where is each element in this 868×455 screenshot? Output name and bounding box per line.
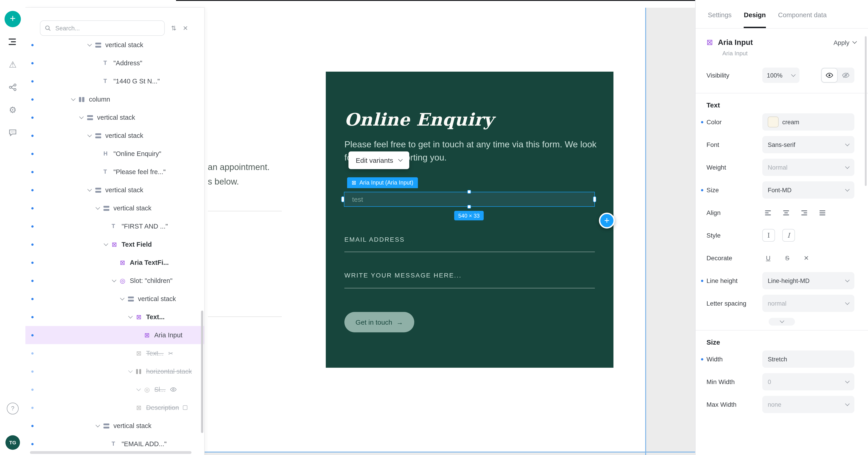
- search-input[interactable]: [55, 24, 160, 32]
- tree-row-horizontal-stack[interactable]: horizontal stack: [25, 362, 204, 381]
- tree-row-please-feel-fre[interactable]: T"Please feel fre...": [25, 163, 204, 181]
- collapse-all-icon[interactable]: ⇅: [171, 25, 176, 32]
- width-select[interactable]: Stretch: [762, 351, 855, 368]
- tree-row-label: "Online Enquiry": [114, 150, 161, 157]
- help-button[interactable]: ?: [7, 402, 19, 414]
- modified-dot: [31, 153, 34, 155]
- tree-row-text[interactable]: ⊠Text...✂: [25, 344, 204, 362]
- chevron-down-icon: [791, 72, 796, 77]
- vertical-scrollbar[interactable]: [201, 311, 203, 433]
- tree-row-vertical-stack[interactable]: vertical stack: [25, 199, 204, 217]
- font-select[interactable]: Sans-serif: [762, 136, 855, 153]
- edit-variants-button[interactable]: Edit variants: [348, 152, 409, 169]
- chevron-down-icon[interactable]: [95, 423, 100, 427]
- chevron-down-icon[interactable]: [128, 314, 133, 318]
- tree-row-description[interactable]: ⊠Description: [25, 398, 204, 417]
- style-regular-button[interactable]: I: [762, 229, 775, 242]
- modified-dot: [701, 121, 703, 123]
- chevron-down-icon: [398, 157, 402, 162]
- tab-design[interactable]: Design: [744, 2, 766, 28]
- clear-decoration-button[interactable]: ✕: [800, 252, 812, 264]
- tree-row-aria-textfi[interactable]: ⊠Aria TextFi...: [25, 254, 204, 271]
- get-in-touch-button[interactable]: Get in touch →: [344, 312, 414, 332]
- resize-handle-bottom[interactable]: [467, 205, 471, 208]
- search-box[interactable]: [40, 21, 165, 36]
- chevron-down-icon[interactable]: [71, 96, 75, 101]
- chevron-down-icon[interactable]: [128, 368, 133, 373]
- tree-row-address[interactable]: T"Address": [25, 54, 204, 72]
- tree-row-text[interactable]: ⊠Text...: [25, 308, 204, 326]
- add-element-button[interactable]: +: [599, 213, 615, 229]
- vstack-icon: [87, 115, 96, 120]
- tree-row-vertical-stack[interactable]: vertical stack: [25, 181, 204, 199]
- tree-row-1440-g-st-n[interactable]: T"1440 G St N...": [25, 72, 204, 90]
- tree-row-email-add[interactable]: T"EMAIL ADD...": [25, 435, 204, 453]
- chevron-down-icon[interactable]: [87, 42, 92, 46]
- tree-row-column[interactable]: column: [25, 90, 204, 108]
- chevron-down-icon[interactable]: [95, 205, 100, 209]
- line-height-select[interactable]: Line-height-MD: [762, 272, 855, 289]
- align-center-button[interactable]: [780, 207, 791, 218]
- align-justify-button[interactable]: [817, 207, 828, 218]
- chat-icon[interactable]: [4, 124, 21, 140]
- user-avatar[interactable]: TG: [5, 435, 20, 450]
- prop-row-font: FontSans-serif: [695, 133, 868, 156]
- vertical-scrollbar[interactable]: [865, 36, 867, 186]
- tab-settings[interactable]: Settings: [708, 2, 732, 28]
- weight-select[interactable]: Normal: [762, 159, 855, 176]
- tree-row-vertical-stack[interactable]: vertical stack: [25, 127, 204, 144]
- tree-row-text-field[interactable]: ⊠Text Field: [25, 235, 204, 254]
- tree-row-first-and[interactable]: T"FIRST AND ...": [25, 217, 204, 235]
- min-width-select[interactable]: 0: [762, 373, 855, 390]
- add-button[interactable]: +: [4, 11, 21, 27]
- resize-handle-right[interactable]: [593, 196, 596, 202]
- modified-dot: [31, 443, 34, 445]
- letter-spacing-select[interactable]: normal: [762, 295, 855, 312]
- prop-value: 0: [768, 378, 842, 385]
- tree-row-vertical-stack[interactable]: vertical stack: [25, 417, 204, 435]
- chevron-down-icon[interactable]: [112, 278, 116, 282]
- expand-section-button[interactable]: [695, 315, 868, 328]
- eye-icon[interactable]: [170, 386, 177, 393]
- tree-row-slot-children[interactable]: ◎Slot: "children": [25, 271, 204, 290]
- style-italic-button[interactable]: I: [782, 229, 795, 242]
- layers-panel-icon[interactable]: [4, 34, 21, 50]
- chevron-down-icon[interactable]: [120, 296, 125, 300]
- max-width-select[interactable]: none: [762, 396, 855, 413]
- chevron-down-icon[interactable]: [87, 132, 92, 137]
- chevron-down-icon[interactable]: [136, 386, 141, 391]
- visibility-percent-select[interactable]: 100%: [762, 68, 800, 83]
- color-select[interactable]: cream: [762, 113, 855, 131]
- tree-row-vertical-stack[interactable]: vertical stack: [25, 108, 204, 127]
- chevron-down-icon[interactable]: [79, 114, 84, 119]
- selection-tag[interactable]: ⊠ Aria Input (Aria Input): [347, 177, 418, 188]
- horizontal-scrollbar[interactable]: [30, 451, 191, 454]
- resize-handle-top[interactable]: [467, 190, 471, 194]
- chevron-down-icon[interactable]: [104, 241, 108, 246]
- strikethrough-button[interactable]: S: [781, 252, 793, 264]
- heading-icon: H: [103, 151, 113, 157]
- chevron-down-icon[interactable]: [87, 187, 92, 191]
- aria-input-field[interactable]: test: [344, 192, 595, 207]
- tree-row-label: "Please feel fre...": [114, 168, 166, 175]
- tab-component-data[interactable]: Component data: [778, 2, 827, 28]
- underline-button[interactable]: U: [762, 252, 774, 264]
- close-panel-icon[interactable]: ✕: [183, 25, 188, 32]
- eye-hidden-button[interactable]: [838, 68, 854, 82]
- size-section-rows: WidthStretchMin Width0Max Widthnone: [695, 348, 868, 416]
- tree-row-vertical-stack[interactable]: vertical stack: [25, 36, 204, 54]
- tree-row-vertical-stack[interactable]: vertical stack: [25, 290, 204, 308]
- settings-gear-icon[interactable]: ⚙: [4, 102, 21, 118]
- resize-handle-left[interactable]: [341, 196, 344, 202]
- tree-row-aria-input[interactable]: ⊠Aria Input: [25, 326, 204, 344]
- apply-button[interactable]: Apply: [834, 39, 856, 46]
- text-section-title: Text: [695, 93, 868, 110]
- tree-row-sl[interactable]: ◎Sl...: [25, 381, 204, 398]
- components-icon[interactable]: [4, 79, 21, 95]
- tree-row-online-enquiry[interactable]: H"Online Enquiry": [25, 144, 204, 163]
- warnings-icon[interactable]: ⚠: [4, 56, 21, 72]
- size-select[interactable]: Font-MD: [762, 182, 855, 199]
- eye-visible-button[interactable]: [822, 68, 837, 82]
- align-right-button[interactable]: [799, 207, 809, 218]
- align-left-button[interactable]: [762, 207, 773, 218]
